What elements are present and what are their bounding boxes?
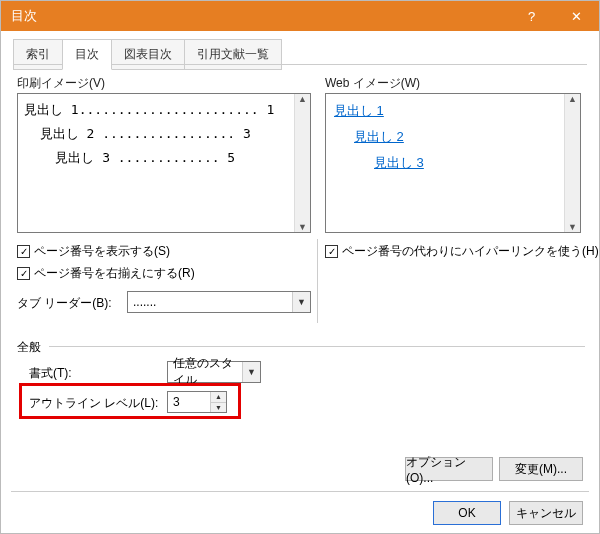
general-group-label: 全般 bbox=[17, 339, 41, 356]
dialog-window: 目次 ? ✕ 索引 目次 図表目次 引用文献一覧 印刷イメージ(V) Web イ… bbox=[0, 0, 600, 534]
tab-leader-combo[interactable]: ....... ▼ bbox=[127, 291, 311, 313]
window-title: 目次 bbox=[11, 7, 37, 25]
tab-citations[interactable]: 引用文献一覧 bbox=[184, 39, 282, 70]
web-preview-label: Web イメージ(W) bbox=[325, 75, 420, 92]
separator-general bbox=[49, 346, 585, 347]
check-icon bbox=[325, 245, 338, 258]
format-label: 書式(T): bbox=[29, 365, 72, 382]
tab-index[interactable]: 索引 bbox=[13, 39, 63, 70]
print-preview-body: 見出し 1....................... 1 見出し 2 ...… bbox=[24, 98, 292, 228]
web-link-h2[interactable]: 見出し 2 bbox=[334, 124, 562, 150]
web-link-h1[interactable]: 見出し 1 bbox=[334, 98, 562, 124]
chevron-down-icon: ▼ bbox=[242, 362, 260, 382]
highlight-annotation bbox=[19, 383, 241, 419]
web-preview-body: 見出し 1 見出し 2 見出し 3 bbox=[334, 98, 562, 228]
ok-button[interactable]: OK bbox=[433, 501, 501, 525]
tab-leader-label: タブ リーダー(B): bbox=[17, 295, 112, 312]
close-icon[interactable]: ✕ bbox=[554, 1, 599, 31]
checkbox-use-hyperlinks-label: ページ番号の代わりにハイパーリンクを使う(H) bbox=[342, 243, 599, 260]
cancel-button[interactable]: キャンセル bbox=[509, 501, 583, 525]
check-icon bbox=[17, 245, 30, 258]
titlebar: 目次 ? ✕ bbox=[1, 1, 599, 31]
tab-strip: 索引 目次 図表目次 引用文献一覧 bbox=[13, 39, 281, 70]
client-area: 索引 目次 図表目次 引用文献一覧 印刷イメージ(V) Web イメージ(W) … bbox=[1, 31, 599, 533]
tab-figures[interactable]: 図表目次 bbox=[111, 39, 185, 70]
checkbox-show-page-numbers[interactable]: ページ番号を表示する(S) bbox=[17, 243, 170, 260]
checkbox-right-align-label: ページ番号を右揃えにする(R) bbox=[34, 265, 195, 282]
print-preview-panel: 見出し 1....................... 1 見出し 2 ...… bbox=[17, 93, 311, 233]
help-icon[interactable]: ? bbox=[509, 1, 554, 31]
print-preview-scrollbar[interactable] bbox=[294, 94, 310, 232]
check-icon bbox=[17, 267, 30, 280]
checkbox-use-hyperlinks[interactable]: ページ番号の代わりにハイパーリンクを使う(H) bbox=[325, 243, 599, 260]
format-combo[interactable]: 任意のスタイル ▼ bbox=[167, 361, 261, 383]
modify-button[interactable]: 変更(M)... bbox=[499, 457, 583, 481]
tab-leader-value: ....... bbox=[128, 295, 292, 309]
web-link-h3[interactable]: 見出し 3 bbox=[334, 150, 562, 176]
print-preview-label: 印刷イメージ(V) bbox=[17, 75, 105, 92]
chevron-down-icon: ▼ bbox=[292, 292, 310, 312]
checkbox-show-page-numbers-label: ページ番号を表示する(S) bbox=[34, 243, 170, 260]
separator-vertical bbox=[317, 239, 318, 323]
separator-bottom bbox=[11, 491, 589, 492]
web-preview-scrollbar[interactable] bbox=[564, 94, 580, 232]
checkbox-right-align[interactable]: ページ番号を右揃えにする(R) bbox=[17, 265, 195, 282]
web-preview-panel: 見出し 1 見出し 2 見出し 3 bbox=[325, 93, 581, 233]
tab-toc[interactable]: 目次 bbox=[62, 39, 112, 70]
options-button[interactable]: オプション(O)... bbox=[405, 457, 493, 481]
